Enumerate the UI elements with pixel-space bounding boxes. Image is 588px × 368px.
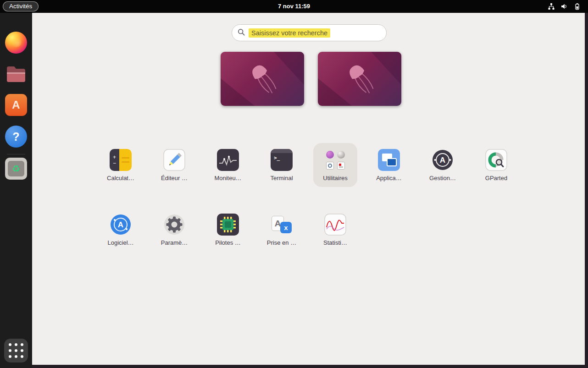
power-statistics-icon (324, 214, 346, 236)
utilities-folder-icon (324, 149, 346, 171)
mini-app-icon (337, 162, 345, 170)
text-editor-icon (163, 149, 185, 171)
firefox-icon (5, 32, 27, 54)
app-folder-utilities[interactable]: Utilitaires (309, 149, 362, 214)
app-tile-text-editor[interactable]: Éditeur … (148, 149, 201, 214)
app-label: Gestion… (429, 175, 456, 181)
app-tile-language-support[interactable]: A x Prise en … (255, 214, 308, 278)
settings-icon (163, 214, 185, 236)
top-bar: Activités 7 nov 11:59 (0, 0, 588, 13)
app-label: Utilitaires (323, 175, 347, 181)
app-tile-app-manager[interactable]: A Gestion… (416, 149, 469, 214)
svg-text:A: A (440, 156, 445, 165)
show-apps-grid-icon (9, 343, 23, 358)
gparted-icon (485, 149, 507, 171)
jellyfish-wallpaper (318, 52, 401, 106)
app-label: Pilotes … (215, 239, 241, 246)
battery-icon (573, 3, 581, 10)
system-status-area[interactable] (545, 0, 583, 13)
search-selected-text: Saisissez votre recherche (249, 28, 330, 38)
app-label: Calculat… (107, 175, 134, 181)
system-monitor-icon (217, 149, 239, 171)
app-label: Moniteu… (214, 175, 241, 181)
app-tile-software[interactable]: A Logiciel… (94, 214, 147, 278)
help-icon (5, 126, 27, 148)
translation-glyph: x (280, 222, 292, 233)
gnome-activities-overview: { "topbar": { "activities_label": "Activ… (0, 0, 588, 368)
app-tile-gparted[interactable]: GParted (470, 149, 523, 214)
app-tile-power-statistics[interactable]: Statisti… (309, 214, 362, 278)
app-manager-icon: A (432, 149, 454, 171)
mini-app-icon (326, 162, 334, 170)
search-input[interactable]: Saisissez votre recherche (232, 24, 387, 41)
app-label: Terminal (270, 175, 293, 181)
show-apps-button[interactable] (4, 339, 28, 363)
dock-item-files[interactable] (5, 63, 27, 85)
terminal-icon: >_ (271, 149, 293, 171)
app-tile-terminal[interactable]: >_ Terminal (255, 149, 308, 214)
mini-app-icon (337, 151, 345, 159)
calculator-icon: +− (110, 149, 132, 171)
app-label: Logiciel… (107, 239, 133, 246)
wallpaper-bottom-edge (32, 365, 588, 368)
app-label: Statisti… (323, 239, 347, 246)
workspace-thumbnail-1[interactable] (221, 52, 304, 106)
svg-text:A: A (118, 220, 123, 229)
recycle-app-icon: ♻ (5, 158, 27, 180)
adjacent-workspace-edge (585, 13, 588, 368)
app-tile-drivers[interactable]: Pilotes … (201, 214, 255, 278)
app-label: GParted (485, 175, 507, 181)
activities-button[interactable]: Activités (3, 1, 39, 11)
dock-item-help[interactable] (5, 126, 27, 148)
app-label: Éditeur … (161, 175, 188, 181)
dock-separator (7, 154, 25, 154)
language-support-icon: A x (271, 214, 293, 236)
app-tile-settings[interactable]: Paramè… (148, 214, 201, 278)
volume-icon (560, 3, 568, 10)
app-tile-calculator[interactable]: +− Calculat… (94, 149, 147, 214)
app-label: Prise en … (267, 239, 296, 246)
jellyfish-wallpaper (221, 52, 304, 106)
app-label: Applica… (376, 175, 402, 181)
dock-item-recycle-app[interactable]: ♻ (5, 158, 27, 180)
dock-item-ubuntu-software[interactable] (5, 94, 27, 116)
app-tile-applications[interactable]: Applica… (362, 149, 416, 214)
software-icon: A (110, 214, 132, 236)
clock-button[interactable]: 7 nov 11:59 (273, 0, 315, 13)
app-label: Paramè… (161, 239, 188, 246)
workspace-thumbnail-2[interactable] (318, 52, 401, 106)
drivers-icon (217, 214, 239, 236)
ubuntu-software-icon (5, 94, 27, 116)
app-tile-system-monitor[interactable]: Moniteu… (201, 149, 255, 214)
dock-item-firefox[interactable] (5, 32, 27, 54)
mini-app-icon (326, 151, 334, 159)
files-icon (5, 63, 27, 85)
app-grid: +− Calculat… Éditeur … (94, 149, 523, 278)
network-icon (548, 3, 555, 10)
search-icon (238, 28, 245, 38)
dock: ♻ (0, 13, 32, 368)
recycle-glyph: ♻ (8, 161, 24, 176)
applications-icon (378, 149, 400, 171)
